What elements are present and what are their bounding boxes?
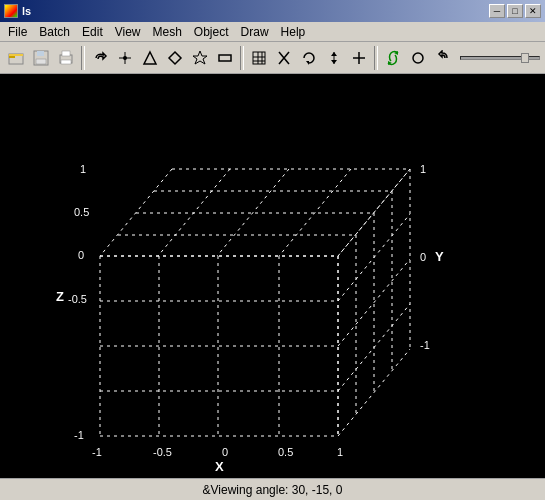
maximize-button[interactable]: □	[507, 4, 523, 18]
tb-grid[interactable]	[247, 46, 271, 70]
close-button[interactable]: ✕	[525, 4, 541, 18]
tb-star[interactable]	[188, 46, 212, 70]
y-label-n1: -1	[420, 339, 430, 351]
menu-view[interactable]: View	[109, 23, 147, 41]
status-bar: &Viewing angle: 30, -15, 0	[0, 478, 545, 500]
menu-bar: File Batch Edit View Mesh Object Draw He…	[0, 22, 545, 42]
tb-tri[interactable]	[138, 46, 162, 70]
toolbar	[0, 42, 545, 74]
menu-draw[interactable]: Draw	[235, 23, 275, 41]
svg-marker-13	[169, 52, 181, 64]
z-label-05: 0.5	[74, 206, 89, 218]
z-label-0: 0	[78, 249, 84, 261]
menu-edit[interactable]: Edit	[76, 23, 109, 41]
svg-point-31	[413, 53, 423, 63]
toolbar-slider[interactable]	[460, 56, 540, 60]
z-label-n1: -1	[74, 429, 84, 441]
tb-save[interactable]	[29, 46, 53, 70]
menu-file[interactable]: File	[2, 23, 33, 41]
svg-rect-7	[62, 51, 70, 56]
svg-marker-26	[331, 60, 337, 64]
minimize-button[interactable]: ─	[489, 4, 505, 18]
x-label-0: 0	[222, 446, 228, 458]
tb-undo[interactable]	[88, 46, 112, 70]
x-label-n05: -0.5	[153, 446, 172, 458]
toolbar-separator-3	[374, 46, 378, 70]
menu-help[interactable]: Help	[275, 23, 312, 41]
title-buttons[interactable]: ─ □ ✕	[489, 4, 541, 18]
tb-bar[interactable]	[213, 46, 237, 70]
y-label-1: 1	[420, 163, 426, 175]
z-label-n05: -0.5	[68, 293, 87, 305]
title-bar-left: ls	[4, 4, 31, 18]
x-label-05: 0.5	[278, 446, 293, 458]
svg-rect-15	[219, 55, 231, 61]
tb-refresh[interactable]	[381, 46, 405, 70]
tb-print[interactable]	[54, 46, 78, 70]
tb-open[interactable]	[4, 46, 28, 70]
svg-marker-12	[144, 52, 156, 64]
menu-batch[interactable]: Batch	[33, 23, 76, 41]
tb-flip[interactable]	[322, 46, 346, 70]
tb-node[interactable]	[113, 46, 137, 70]
y-axis-label: Y	[435, 249, 444, 264]
tb-rot[interactable]	[297, 46, 321, 70]
tb-cut[interactable]	[272, 46, 296, 70]
svg-rect-4	[37, 51, 44, 56]
svg-rect-32	[0, 81, 545, 471]
window-title: ls	[22, 5, 31, 17]
svg-marker-25	[331, 52, 337, 56]
scene-canvas: .grid-line { stroke: white; stroke-width…	[0, 74, 545, 478]
app-icon	[4, 4, 18, 18]
tb-back[interactable]	[431, 46, 455, 70]
svg-marker-14	[193, 51, 207, 64]
svg-rect-5	[36, 59, 46, 64]
menu-mesh[interactable]: Mesh	[147, 23, 188, 41]
x-axis-label: X	[215, 459, 224, 474]
main-viewport[interactable]: .grid-line { stroke: white; stroke-width…	[0, 74, 545, 478]
svg-rect-2	[9, 54, 23, 56]
svg-marker-23	[306, 61, 309, 65]
tb-quad[interactable]	[163, 46, 187, 70]
toolbar-separator-2	[240, 46, 244, 70]
svg-rect-16	[253, 52, 265, 64]
z-label-1: 1	[80, 163, 86, 175]
x-label-n1: -1	[92, 446, 102, 458]
title-bar: ls ─ □ ✕	[0, 0, 545, 22]
tb-circle[interactable]	[406, 46, 430, 70]
menu-object[interactable]: Object	[188, 23, 235, 41]
svg-rect-8	[61, 60, 71, 64]
status-text: &Viewing angle: 30, -15, 0	[203, 483, 343, 497]
z-axis-label: Z	[56, 289, 64, 304]
tb-cross[interactable]	[347, 46, 371, 70]
y-label-0: 0	[420, 251, 426, 263]
toolbar-slider-thumb[interactable]	[521, 53, 529, 63]
svg-rect-1	[9, 56, 15, 58]
toolbar-separator-1	[81, 46, 85, 70]
x-label-1: 1	[337, 446, 343, 458]
